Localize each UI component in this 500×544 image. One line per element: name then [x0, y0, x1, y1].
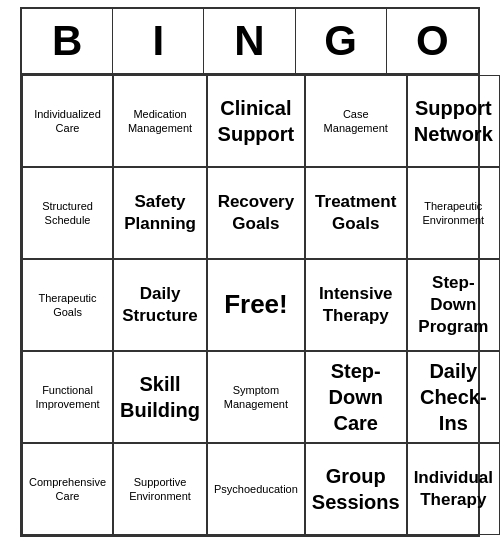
header-letter-o: O: [387, 9, 478, 73]
header-letter-g: G: [296, 9, 387, 73]
bingo-cell-18: Step-Down Care: [305, 351, 407, 443]
bingo-cell-6: Safety Planning: [113, 167, 207, 259]
header-letter-n: N: [204, 9, 295, 73]
bingo-header: BINGO: [22, 9, 478, 75]
bingo-cell-8: Treatment Goals: [305, 167, 407, 259]
bingo-cell-19: Daily Check-Ins: [407, 351, 500, 443]
bingo-cell-12: Free!: [207, 259, 305, 351]
bingo-cell-13: Intensive Therapy: [305, 259, 407, 351]
bingo-cell-9: Therapeutic Environment: [407, 167, 500, 259]
bingo-cell-20: Comprehensive Care: [22, 443, 113, 535]
bingo-cell-16: Skill Building: [113, 351, 207, 443]
bingo-card: BINGO Individualized CareMedication Mana…: [20, 7, 480, 537]
bingo-cell-0: Individualized Care: [22, 75, 113, 167]
bingo-cell-1: Medication Management: [113, 75, 207, 167]
bingo-cell-17: Symptom Management: [207, 351, 305, 443]
bingo-cell-3: Case Management: [305, 75, 407, 167]
bingo-cell-24: Individual Therapy: [407, 443, 500, 535]
bingo-cell-7: Recovery Goals: [207, 167, 305, 259]
bingo-grid: Individualized CareMedication Management…: [22, 75, 478, 535]
bingo-cell-15: Functional Improvement: [22, 351, 113, 443]
bingo-cell-10: Therapeutic Goals: [22, 259, 113, 351]
bingo-cell-22: Psychoeducation: [207, 443, 305, 535]
bingo-cell-14: Step-Down Program: [407, 259, 500, 351]
bingo-cell-4: Support Network: [407, 75, 500, 167]
bingo-cell-5: Structured Schedule: [22, 167, 113, 259]
header-letter-b: B: [22, 9, 113, 73]
bingo-cell-23: Group Sessions: [305, 443, 407, 535]
bingo-cell-2: Clinical Support: [207, 75, 305, 167]
bingo-cell-11: Daily Structure: [113, 259, 207, 351]
header-letter-i: I: [113, 9, 204, 73]
bingo-cell-21: Supportive Environment: [113, 443, 207, 535]
